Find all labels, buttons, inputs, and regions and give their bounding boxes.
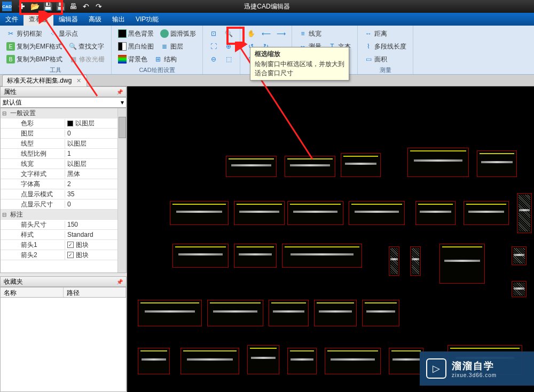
ribbon-group-title: 工具 — [4, 65, 107, 75]
cad-block — [349, 201, 405, 225]
collapse-icon[interactable]: ⊟ — [1, 212, 8, 218]
pin-icon[interactable]: 📌 — [116, 89, 123, 95]
document-tab[interactable]: 标准天花大样图集.dwg ✕ — [2, 75, 87, 86]
color-swatch — [67, 121, 73, 126]
zoom-region-button[interactable]: ⬚ — [222, 54, 235, 65]
zoom-box-button[interactable]: 🔍 — [222, 28, 235, 39]
cad-block — [439, 244, 485, 284]
menu-file[interactable]: 文件 — [0, 13, 23, 26]
structure-button[interactable]: ⊞结构 — [152, 54, 179, 65]
zoom-in-button[interactable]: ⊕ — [222, 41, 235, 52]
close-icon[interactable]: ✕ — [75, 77, 82, 84]
cad-block — [282, 244, 362, 268]
modify-raster-button[interactable]: ▦修改光栅 — [67, 54, 107, 65]
menu-bar: 文件 查看器 编辑器 高级 输出 VIP功能 — [0, 13, 534, 26]
raster-icon: ▦ — [69, 55, 77, 63]
favorites-body[interactable] — [0, 298, 127, 392]
cad-block — [325, 348, 381, 374]
copy-icon: B — [6, 55, 15, 63]
bgcolor-button[interactable]: 背景色 — [116, 54, 150, 65]
prop-row[interactable]: 点显示尺寸0 — [1, 199, 126, 210]
prop-section[interactable]: ⊟ 标注 — [1, 210, 126, 220]
find-text-button[interactable]: 🔍查找文字 — [66, 41, 106, 52]
cad-block — [512, 246, 527, 265]
fav-col-name[interactable]: 名称 — [1, 287, 64, 297]
black-bg-button[interactable]: 黑色背景 — [116, 28, 156, 39]
menu-output[interactable]: 输出 — [107, 13, 130, 26]
cad-block — [407, 148, 469, 177]
prev-button[interactable]: ⟵ — [260, 28, 272, 39]
app-title: 迅捷CAD编辑器 — [244, 2, 289, 11]
prop-row[interactable]: 线宽以图层 — [1, 159, 126, 169]
favorites-panel: 收藏夹 📌 名称 路径 — [0, 276, 127, 392]
prop-row[interactable]: 色彩以图层 — [1, 118, 126, 129]
polyline-len-button[interactable]: ⌇多段线长度 — [362, 41, 409, 52]
tooltip: 框选缩放 绘制窗口中框选区域，并放大到 适合窗口尺寸 — [250, 47, 349, 81]
copy-bmp-button[interactable]: B复制为BMP格式 — [4, 54, 65, 65]
checkbox-icon[interactable]: ✓ — [67, 242, 74, 248]
prop-row[interactable]: 图层0 — [1, 129, 126, 139]
scrollbar[interactable] — [117, 108, 126, 273]
cad-block — [226, 156, 277, 177]
menu-viewer[interactable]: 查看器 — [23, 13, 53, 26]
prop-row[interactable]: 线型以图层 — [1, 139, 126, 149]
prop-row[interactable]: 箭头1✓图块 — [1, 240, 126, 250]
cad-block — [172, 244, 229, 268]
side-panel: 属性 📌 默认值▾ ⊟ 一般设置 色彩以图层 图层0 线型以图层 线型比例1 线… — [0, 86, 127, 392]
grab-button[interactable]: ⊡ — [207, 28, 220, 39]
properties-combo[interactable]: 默认值▾ — [0, 97, 127, 108]
scrollbar-thumb[interactable] — [119, 117, 126, 138]
smooth-arc-button[interactable]: 圆滑弧形 — [158, 28, 198, 39]
print-icon[interactable]: 🖶 — [68, 2, 78, 11]
grab-icon: ⊡ — [209, 29, 218, 38]
tooltip-line: 适合窗口尺寸 — [255, 69, 344, 78]
layers-button[interactable]: ≣图层 — [158, 41, 185, 52]
hand-button[interactable]: ✋ — [245, 28, 257, 39]
redo-icon[interactable]: ↷ — [94, 2, 104, 11]
copy-emf-button[interactable]: E复制为EMF格式 — [4, 41, 64, 52]
prop-row[interactable]: 线型比例1 — [1, 149, 126, 159]
cad-block — [512, 281, 527, 297]
collapse-icon[interactable]: ⊟ — [1, 110, 8, 116]
area-button[interactable]: ▭面积 — [362, 54, 389, 65]
arrow-left-icon: ⟵ — [262, 29, 270, 38]
cad-block — [234, 244, 277, 268]
prop-section[interactable]: ⊟ 一般设置 — [1, 108, 126, 118]
prop-row[interactable]: 箭头2✓图块 — [1, 250, 126, 260]
prop-row[interactable]: 点显示模式35 — [1, 189, 126, 199]
save-icon[interactable]: 💾 — [43, 2, 52, 11]
fav-col-path[interactable]: 路径 — [64, 287, 127, 297]
menu-editor[interactable]: 编辑器 — [53, 13, 83, 26]
cad-block — [287, 348, 317, 374]
show-points-button[interactable]: ⁘显示点 — [46, 28, 80, 39]
prop-row[interactable]: 文字样式黑体 — [1, 169, 126, 179]
save-all-icon[interactable]: 💾 — [56, 2, 65, 11]
properties-grid[interactable]: ⊟ 一般设置 色彩以图层 图层0 线型以图层 线型比例1 线宽以图层 文字样式黑… — [0, 108, 127, 273]
drawing-canvas[interactable] — [127, 86, 534, 392]
zoom-out-button[interactable]: ⊖ — [207, 54, 220, 65]
lineweight-icon: ≡ — [299, 29, 307, 38]
prop-row[interactable]: 箭头尺寸150 — [1, 220, 126, 230]
menu-advanced[interactable]: 高级 — [83, 13, 107, 26]
bw-draw-button[interactable]: 黑白绘图 — [116, 41, 156, 52]
undo-icon[interactable]: ↶ — [81, 2, 91, 11]
fit-button[interactable]: ⛶ — [207, 41, 220, 52]
next-button[interactable]: ⟶ — [274, 28, 287, 39]
lineweight-button[interactable]: ≡线宽 — [296, 28, 324, 39]
distance-button[interactable]: ↔距离 — [362, 28, 389, 39]
prop-row[interactable]: 字体高2 — [1, 179, 126, 189]
open-icon[interactable]: 📂 — [30, 2, 40, 11]
pin-icon[interactable]: 📌 — [116, 279, 123, 285]
menu-vip[interactable]: VIP功能 — [130, 13, 164, 26]
ribbon-group-title: 测量 — [362, 65, 409, 75]
cut-frame-button[interactable]: ✂剪切框架 — [4, 28, 44, 39]
tooltip-line: 绘制窗口中框选区域，并放大到 — [255, 60, 344, 69]
area-icon: ▭ — [364, 55, 373, 63]
new-icon[interactable]: ✚ — [17, 2, 27, 11]
quick-access-toolbar: ✚ 📂 💾 💾 🖶 ↶ ↷ — [14, 2, 107, 11]
prop-row[interactable]: 样式Standard — [1, 230, 126, 240]
cad-block — [341, 153, 381, 177]
find-icon: 🔍 — [68, 42, 77, 51]
zoom-out-icon: ⊖ — [209, 55, 218, 63]
checkbox-icon[interactable]: ✓ — [67, 252, 74, 258]
